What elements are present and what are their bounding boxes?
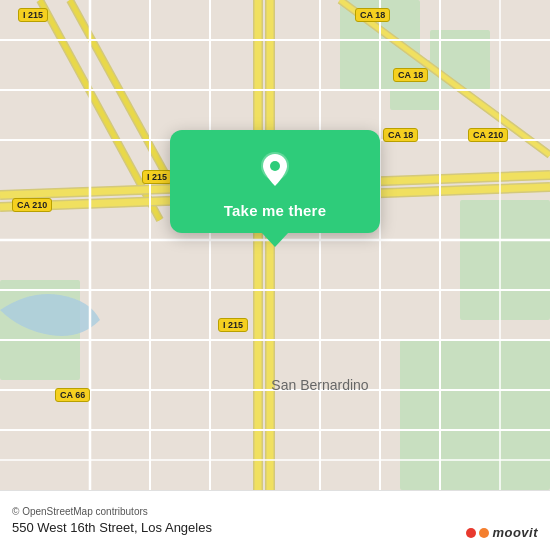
popup-card[interactable]: Take me there [170,130,380,233]
location-pin-icon [253,148,297,192]
road-badge-i215-top: I 215 [18,8,48,22]
road-badge-i215-bottom: I 215 [218,318,248,332]
road-badge-ca210-right: CA 210 [468,128,508,142]
moovit-logo: moovit [466,525,538,540]
moovit-dot-orange [479,528,489,538]
bottom-bar: © OpenStreetMap contributors 550 West 16… [0,490,550,550]
popup-label: Take me there [224,202,326,219]
copyright-text: © OpenStreetMap contributors [12,506,212,517]
address-text: 550 West 16th Street, Los Angeles [12,520,212,535]
road-badge-ca18-lower: CA 18 [383,128,418,142]
road-badge-ca66: CA 66 [55,388,90,402]
road-badge-i215-mid: I 215 [142,170,172,184]
bottom-info: © OpenStreetMap contributors 550 West 16… [12,506,212,535]
moovit-text: moovit [492,525,538,540]
svg-rect-6 [400,340,550,490]
map-container: San Bernardino I 215 CA 18 CA 18 CA 18 C… [0,0,550,490]
svg-rect-4 [460,200,550,320]
svg-text:San Bernardino: San Bernardino [271,377,369,393]
road-badge-ca18-top: CA 18 [355,8,390,22]
road-badge-ca18-mid: CA 18 [393,68,428,82]
moovit-dot-red [466,528,476,538]
svg-point-39 [270,161,280,171]
road-badge-ca210-left: CA 210 [12,198,52,212]
